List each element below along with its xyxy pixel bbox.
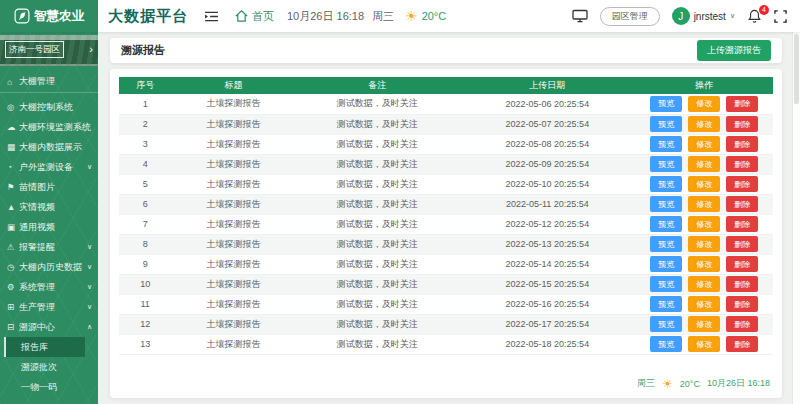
modify-button[interactable]: 修改: [688, 216, 720, 232]
sidebar-item-label: 生产管理: [19, 301, 85, 314]
cell-title: 土壤探测报告: [171, 94, 295, 114]
sidebar-item-greenhouse-data-display[interactable]: ▦大棚内数据展示: [0, 137, 98, 157]
page-title: 溯源报告: [121, 43, 165, 58]
delete-button[interactable]: 删除: [726, 96, 758, 112]
preview-button[interactable]: 预览: [650, 256, 682, 272]
modify-button[interactable]: 修改: [688, 136, 720, 152]
sidebar-item-outdoor-monitor-device[interactable]: ◔户外监测设备∨: [0, 157, 98, 177]
preview-button[interactable]: 预览: [650, 296, 682, 312]
modify-button[interactable]: 修改: [688, 96, 720, 112]
modify-button[interactable]: 修改: [688, 236, 720, 252]
cell-no: 2: [119, 114, 171, 134]
brand-logo: 智慧农业: [0, 0, 98, 32]
park-manage-button[interactable]: 园区管理: [600, 7, 660, 26]
cell-remark: 测试数据，及时关注: [296, 134, 460, 154]
delete-button[interactable]: 删除: [726, 136, 758, 152]
delete-button[interactable]: 删除: [726, 196, 758, 212]
fullscreen-icon[interactable]: [774, 10, 787, 23]
modify-button[interactable]: 修改: [688, 336, 720, 352]
notification-bell[interactable]: 4: [747, 9, 762, 24]
preview-button[interactable]: 预览: [650, 196, 682, 212]
preview-button[interactable]: 预览: [650, 156, 682, 172]
cell-date: 2022-05-08 20:25:54: [459, 134, 636, 154]
delete-button[interactable]: 删除: [726, 336, 758, 352]
modify-button[interactable]: 修改: [688, 296, 720, 312]
cell-no: 8: [119, 234, 171, 254]
cell-title: 土壤探测报告: [171, 174, 295, 194]
cell-title: 土壤探测报告: [171, 134, 295, 154]
cell-date: 2022-05-09 20:25:54: [459, 154, 636, 174]
modify-button[interactable]: 修改: [688, 156, 720, 172]
delete-button[interactable]: 删除: [726, 216, 758, 232]
sidebar-item-label: 大棚环境监测系统: [19, 121, 92, 134]
preview-button[interactable]: 预览: [650, 236, 682, 252]
table-header-row: 序号标题备注上传日期操作: [119, 77, 773, 94]
sidebar-subitem-one-item-one-code[interactable]: 一物一码: [0, 377, 98, 397]
scrollbar-thumb[interactable]: [794, 34, 799, 104]
cell-no: 3: [119, 134, 171, 154]
sidebar-item-greenhouse-history-data[interactable]: ◷大棚内历史数据∨: [0, 257, 98, 277]
preview-button[interactable]: 预览: [650, 336, 682, 352]
cell-date: 2022-05-17 20:25:54: [459, 314, 636, 334]
sidebar-item-system-management[interactable]: ⚙系统管理∨: [0, 277, 98, 297]
traceability-center-icon: ⊟: [7, 322, 19, 332]
table-row: 3土壤探测报告测试数据，及时关注2022-05-08 20:25:54预览修改删…: [119, 134, 773, 154]
sidebar-item-disaster-videos[interactable]: ▲灾情视频: [0, 197, 98, 217]
modify-button[interactable]: 修改: [688, 176, 720, 192]
history-data-icon: ◷: [7, 262, 19, 272]
modify-button[interactable]: 修改: [688, 276, 720, 292]
menu-collapse-icon[interactable]: [204, 11, 219, 22]
delete-button[interactable]: 删除: [726, 236, 758, 252]
sidebar-menu: ⌂大棚管理◎大棚控制系统☁大棚环境监测系统▦大棚内数据展示◔户外监测设备∨⚑苗情…: [0, 66, 98, 404]
sidebar-item-alarm-reminder[interactable]: ⚠报警提醒∨: [0, 237, 98, 257]
cell-remark: 测试数据，及时关注: [296, 194, 460, 214]
sidebar-item-label: 灾情视频: [19, 201, 92, 214]
user-menu[interactable]: J jnrstest ∨: [672, 7, 735, 25]
delete-button[interactable]: 删除: [726, 316, 758, 332]
modify-button[interactable]: 修改: [688, 196, 720, 212]
delete-button[interactable]: 删除: [726, 296, 758, 312]
sidebar-subitem-traceability-batches[interactable]: 溯源批次: [0, 357, 98, 377]
delete-button[interactable]: 删除: [726, 256, 758, 272]
sidebar-item-general-videos[interactable]: ▣通用视频: [0, 217, 98, 237]
table-row: 5土壤探测报告测试数据，及时关注2022-05-10 20:25:54预览修改删…: [119, 174, 773, 194]
topbar: 智慧农业 大数据平台 首页 10月26日 16:18 周三 ☀ 20°C: [0, 0, 800, 32]
cell-title: 土壤探测报告: [171, 254, 295, 274]
cell-title: 土壤探测报告: [171, 334, 295, 354]
cell-actions: 预览修改删除: [636, 94, 773, 114]
sidebar-item-greenhouse-env-monitor[interactable]: ☁大棚环境监测系统: [0, 117, 98, 137]
park-selector[interactable]: 济南一号园区 ›: [0, 35, 98, 66]
preview-button[interactable]: 预览: [650, 216, 682, 232]
upload-report-button[interactable]: 上传溯源报告: [697, 40, 771, 61]
monitor-icon[interactable]: [572, 9, 588, 23]
main-content: 溯源报告 上传溯源报告 序号标题备注上传日期操作 1土壤探测报告测试数据，及时关…: [98, 32, 792, 404]
sidebar-item-greenhouse-management[interactable]: ⌂大棚管理: [0, 71, 98, 93]
sidebar-subitem-report-library[interactable]: 报告库: [4, 337, 85, 357]
sidebar-item-greenhouse-control-system[interactable]: ◎大棚控制系统: [0, 97, 98, 117]
delete-button[interactable]: 删除: [726, 156, 758, 172]
preview-button[interactable]: 预览: [650, 176, 682, 192]
delete-button[interactable]: 删除: [726, 276, 758, 292]
disaster-video-icon: ▲: [7, 202, 19, 212]
sidebar-item-production-management[interactable]: ⊞生产管理∨: [0, 297, 98, 317]
cell-remark: 测试数据，及时关注: [296, 334, 460, 354]
preview-button[interactable]: 预览: [650, 316, 682, 332]
sun-icon: ☀: [662, 378, 673, 390]
chevron-right-icon: ›: [89, 44, 93, 55]
page-scrollbar[interactable]: [792, 32, 800, 404]
cell-date: 2022-05-18 20:25:54: [459, 334, 636, 354]
modify-button[interactable]: 修改: [688, 116, 720, 132]
delete-button[interactable]: 删除: [726, 176, 758, 192]
preview-button[interactable]: 预览: [650, 96, 682, 112]
preview-button[interactable]: 预览: [650, 116, 682, 132]
sidebar-item-traceability-center[interactable]: ⊟溯源中心∧: [0, 317, 98, 337]
modify-button[interactable]: 修改: [688, 256, 720, 272]
sidebar-item-seedling-images[interactable]: ⚑苗情图片: [0, 177, 98, 197]
preview-button[interactable]: 预览: [650, 276, 682, 292]
table-row: 13土壤探测报告测试数据，及时关注2022-05-18 20:25:54预览修改…: [119, 334, 773, 354]
modify-button[interactable]: 修改: [688, 316, 720, 332]
home-link[interactable]: 首页: [235, 9, 274, 24]
topbar-weekday: 周三: [372, 9, 394, 24]
delete-button[interactable]: 删除: [726, 116, 758, 132]
preview-button[interactable]: 预览: [650, 136, 682, 152]
